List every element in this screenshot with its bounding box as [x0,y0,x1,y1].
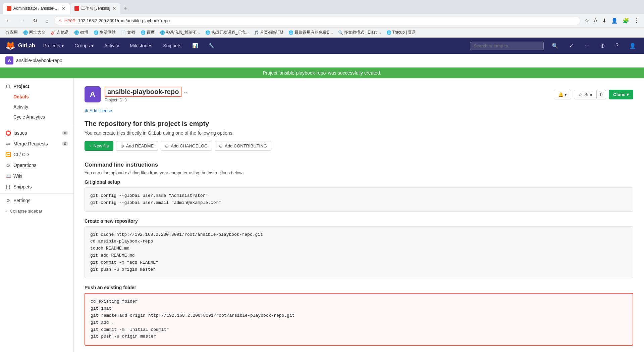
address-bar[interactable]: ⚠ 不安全 192.168.2.200:8091/root/ansible-pl… [54,16,581,25]
project-edit-icon: ✏ [184,90,187,95]
cli-instructions-desc: You can also upload existing files from … [85,170,633,175]
cicd-icon: 🔁 [5,152,11,157]
add-license-link[interactable]: ⊕ Add license [85,108,112,113]
sidebar-item-settings[interactable]: ⚙ Settings [0,195,73,206]
bookmark-2[interactable]: 🎸 吉他谱 [49,29,71,36]
nav-groups[interactable]: Groups ▾ [72,42,96,50]
bookmark-4[interactable]: 🌐 生活网站 [92,29,118,36]
bookmark-apps[interactable]: ⬡ 应用 [3,29,20,36]
bookmark-8[interactable]: 🌐 实战开发课程_IT培... [203,29,251,36]
bookmark-11[interactable]: 🔍 多文档模式 | Elasti... [336,29,383,36]
sidebar-item-ci-cd[interactable]: 🔁 CI / CD [0,149,73,160]
tab-close-1[interactable]: ✕ [62,6,66,11]
create-repo-code: git clone http://192.168.2.200:8091/root… [85,226,633,278]
changelog-icon: ⊕ [165,143,169,148]
notifications-button[interactable]: 🔔 ▾ [554,90,572,99]
forward-button[interactable]: → [17,16,28,25]
gitlab-logo-text: GitLab [18,43,35,49]
breadcrumb: A ansible-playbook-repo [0,54,644,68]
add-readme-button[interactable]: ⊕ Add README [116,141,158,151]
snippets-icon: { } [5,184,11,189]
tab-close-2[interactable]: ✕ [112,6,116,11]
home-button[interactable]: ⌂ [43,16,51,25]
add-changelog-button[interactable]: ⊕ Add CHANGELOG [161,141,212,151]
sidebar-item-wiki[interactable]: 📖 Wiki [0,171,73,181]
new-file-button[interactable]: + New file [85,141,113,151]
star-button[interactable]: ☆ Star [574,90,597,99]
sidebar-item-issues[interactable]: ⭕ Issues 0 [0,128,73,138]
gitlab-fox-icon: 🦊 [5,41,15,50]
profile-icon[interactable]: 👤 [610,16,619,25]
star-section: ☆ Star 0 [574,90,606,99]
gitlab-app: 🦊 GitLab Projects ▾ Groups ▾ Activity Mi… [0,38,644,352]
clone-button[interactable]: Clone ▾ [609,90,633,99]
nav-search-button[interactable]: 🔍 [549,41,561,50]
nav-snippets[interactable]: Snippets [160,42,184,50]
translate-icon[interactable]: A [592,16,599,25]
sidebar-item-operations[interactable]: ⚙ Operations [0,160,73,171]
bookmark-star-icon[interactable]: ☆ [583,16,590,25]
sidebar-item-snippets[interactable]: { } Snippets [0,181,73,192]
merge-requests-badge: 0 [62,141,68,146]
new-tab-button[interactable]: + [121,3,129,14]
nav-merge-icon[interactable]: ↔ [582,41,592,50]
extensions-icon[interactable]: 🧩 [621,16,631,25]
gitlab-logo[interactable]: 🦊 GitLab [5,41,35,50]
toolbar-right: ☆ A ⬇ 👤 🧩 ⋮ [583,16,641,25]
global-search-input[interactable] [470,42,544,50]
nav-user-avatar[interactable]: 👤 [627,41,639,50]
nav-help-icon[interactable]: ? [613,41,621,50]
menu-icon[interactable]: ⋮ [633,16,641,25]
lock-text: 不安全 [64,18,76,24]
notifications-dropdown[interactable]: 🔔 ▾ [554,90,572,99]
project-header: A ansible-playbook-repo ✏ Project ID: 3 … [85,86,633,102]
project-actions: 🔔 ▾ ☆ Star 0 Clone ▾ [554,90,633,99]
bookmark-9[interactable]: 🎵 首页-蜻蜓FM [252,29,285,36]
bookmark-1[interactable]: 🌐 网址大全 [21,29,47,36]
back-button[interactable]: ← [3,16,14,25]
wiki-icon: 📖 [5,173,11,179]
project-identity: A ansible-playbook-repo ✏ Project ID: 3 [85,86,187,102]
browser-tab-2[interactable]: 工作台 [Jenkins] ✕ [70,3,120,14]
star-icon: ☆ [578,92,582,97]
nav-activity[interactable]: Activity [102,42,122,50]
add-contributing-label: Add CONTRIBUTING [225,143,267,148]
reload-button[interactable]: ↻ [30,16,40,25]
bookmark-12[interactable]: 🌐 Tracup | 登录 [384,29,418,36]
main-layout: ⬡ Project Details Activity Cycle Analyti… [0,78,644,352]
sidebar-sub-details[interactable]: Details [0,92,73,102]
sidebar-sub-activity[interactable]: Activity [0,102,73,112]
download-icon[interactable]: ⬇ [601,16,608,25]
contributing-icon: ⊕ [219,143,223,148]
top-nav: 🦊 GitLab Projects ▾ Groups ▾ Activity Mi… [0,38,644,54]
empty-repo-description: You can create files directly in GitLab … [85,130,633,136]
nav-graph-icon[interactable]: 📊 [190,42,201,50]
address-text: 192.168.2.200:8091/root/ansible-playbook… [78,18,170,23]
nav-projects[interactable]: Projects ▾ [41,42,66,50]
bookmark-3[interactable]: 🌐 微博 [72,29,90,36]
bookmark-6[interactable]: 🌐 百度 [139,29,157,36]
nav-todo-icon[interactable]: ✓ [567,41,576,50]
add-changelog-label: Add CHANGELOG [171,143,208,148]
nav-milestones[interactable]: Milestones [127,42,155,50]
breadcrumb-project-name[interactable]: ansible-playbook-repo [16,58,62,63]
sidebar-item-merge-requests[interactable]: ⇄ Merge Requests 0 [0,138,73,149]
project-icon: ⬡ [5,84,11,89]
nav-deploy-icon[interactable]: 🔧 [206,42,217,50]
plus-icon: + [89,143,92,148]
bookmark-7[interactable]: 🌐 秒杀信息_秒杀汇... [158,29,202,36]
add-readme-label: Add README [126,143,154,148]
project-avatar: A [85,86,101,102]
add-contributing-button[interactable]: ⊕ Add CONTRIBUTING [215,141,271,151]
collapse-label: Collapse sidebar [10,209,42,214]
sidebar-sub-cycle-analytics[interactable]: Cycle Analytics [0,112,73,122]
nav-issue-icon[interactable]: ⊕ [598,41,607,50]
bookmark-10[interactable]: 🌐 最值得用有的免费B... [286,29,335,36]
bookmark-5[interactable]: 📄 文档 [119,29,137,36]
sidebar-item-project[interactable]: ⬡ Project [0,81,73,92]
browser-tab-1[interactable]: Administrator / ansible-playb... ✕ [3,3,70,14]
collapse-sidebar-button[interactable]: « Collapse sidebar [0,206,73,216]
settings-icon: ⚙ [5,198,11,203]
tab-title-2: 工作台 [Jenkins] [81,6,110,11]
git-global-setup-code: git config --global user.name "Administr… [85,187,633,212]
